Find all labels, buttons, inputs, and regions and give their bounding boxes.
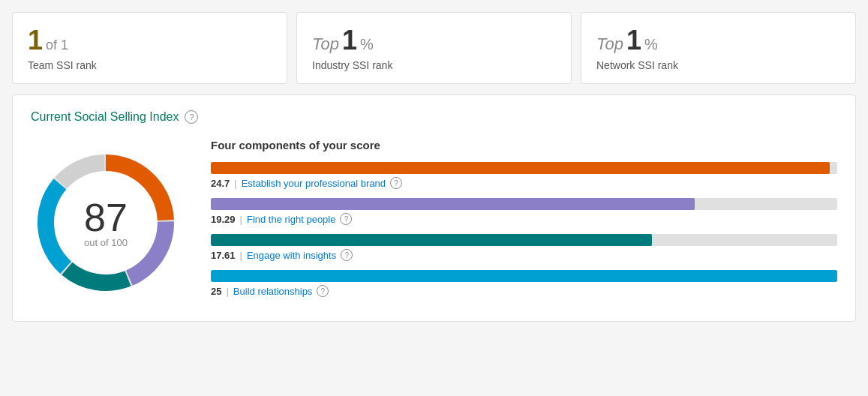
industry-ssi-pct: % — [360, 36, 374, 53]
progress-bg-people — [211, 198, 837, 210]
component-link-brand[interactable]: Establish your professional brand — [242, 178, 386, 189]
score-value: 87 — [84, 197, 128, 236]
component-sep-brand: | — [234, 178, 236, 189]
main-card-title: Current Social Selling Index ? — [31, 110, 837, 124]
main-content: 87 out of 100 Four components of your sc… — [31, 139, 837, 306]
component-row-insights: 17.61 | Engage with insights ? — [211, 234, 837, 261]
component-help-icon-insights[interactable]: ? — [341, 249, 353, 261]
main-title-text: Current Social Selling Index — [31, 110, 179, 124]
component-row-brand: 24.7 | Establish your professional brand… — [211, 162, 837, 189]
industry-ssi-rank: 1 — [342, 25, 357, 56]
component-label-brand: 24.7 | Establish your professional brand… — [211, 177, 837, 189]
industry-ssi-subtitle: Industry SSI rank — [312, 59, 556, 71]
component-help-icon-people[interactable]: ? — [340, 213, 352, 225]
component-score-brand: 24.7 — [211, 178, 230, 189]
main-title-help-icon[interactable]: ? — [185, 110, 198, 124]
progress-bg-relationships — [211, 270, 837, 282]
progress-fill-relationships — [211, 270, 837, 282]
component-score-relationships: 25 — [211, 286, 221, 297]
component-help-icon-relationships[interactable]: ? — [317, 285, 329, 297]
main-ssi-card: Current Social Selling Index ? 87 out of… — [12, 94, 856, 322]
score-center: 87 out of 100 — [84, 197, 128, 248]
component-link-insights[interactable]: Engage with insights — [247, 250, 336, 261]
component-label-insights: 17.61 | Engage with insights ? — [211, 249, 837, 261]
progress-bg-brand — [211, 162, 837, 174]
network-ssi-pct: % — [644, 36, 658, 53]
components-section: Four components of your score 24.7 | Est… — [211, 139, 837, 306]
components-title: Four components of your score — [211, 139, 837, 152]
component-link-relationships[interactable]: Build relationships — [233, 286, 313, 297]
team-ssi-card: 1 of 1 Team SSI rank — [12, 12, 287, 84]
progress-fill-brand — [211, 162, 830, 174]
component-row-relationships: 25 | Build relationships ? — [211, 270, 837, 297]
component-label-relationships: 25 | Build relationships ? — [211, 285, 837, 297]
team-ssi-value: 1 of 1 — [28, 25, 272, 56]
component-sep-insights: | — [240, 250, 242, 261]
industry-ssi-top-label: Top — [312, 34, 339, 54]
network-ssi-value: Top 1 % — [596, 25, 840, 56]
progress-bg-insights — [211, 234, 837, 246]
component-sep-people: | — [240, 214, 242, 225]
network-ssi-rank: 1 — [626, 25, 641, 56]
industry-ssi-card: Top 1 % Industry SSI rank — [296, 12, 572, 84]
component-link-people[interactable]: Find the right people — [247, 214, 336, 225]
component-score-people: 19.29 — [211, 214, 236, 225]
components-list: 24.7 | Establish your professional brand… — [211, 162, 837, 297]
donut-chart: 87 out of 100 — [31, 148, 181, 298]
network-ssi-card: Top 1 % Network SSI rank — [581, 12, 856, 84]
team-ssi-subtitle: Team SSI rank — [28, 59, 272, 71]
network-ssi-subtitle: Network SSI rank — [596, 59, 840, 71]
network-ssi-top-label: Top — [596, 34, 623, 54]
component-sep-relationships: | — [226, 286, 228, 297]
team-ssi-of: of 1 — [46, 38, 68, 53]
industry-ssi-value: Top 1 % — [312, 25, 556, 56]
progress-fill-people — [211, 198, 695, 210]
component-label-people: 19.29 | Find the right people ? — [211, 213, 837, 225]
component-help-icon-brand[interactable]: ? — [390, 177, 402, 189]
component-row-people: 19.29 | Find the right people ? — [211, 198, 837, 225]
progress-fill-insights — [211, 234, 652, 246]
top-cards-container: 1 of 1 Team SSI rank Top 1 % Industry SS… — [12, 12, 856, 84]
component-score-insights: 17.61 — [211, 250, 236, 261]
team-ssi-rank: 1 — [28, 25, 43, 56]
score-out-of: out of 100 — [84, 236, 128, 248]
